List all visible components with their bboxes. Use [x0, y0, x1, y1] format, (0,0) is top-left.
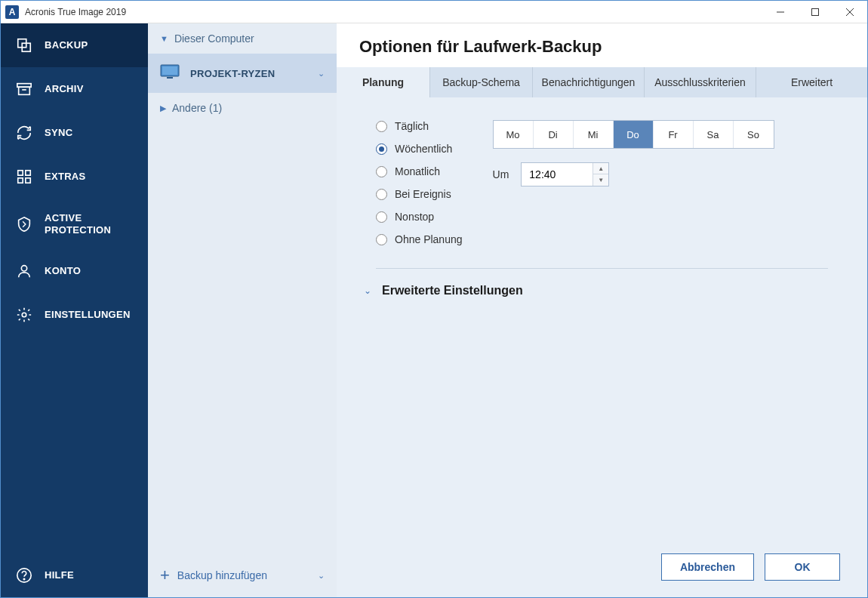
computer-item-selected[interactable]: PROJEKT-RYZEN ⌄ — [148, 54, 337, 93]
svg-rect-1 — [812, 8, 819, 15]
add-backup-label: Backup hinzufügen — [177, 569, 310, 581]
plus-icon: + — [160, 566, 170, 585]
list-header-this-computer[interactable]: ▼ Dieser Computer — [148, 23, 337, 54]
svg-point-13 — [21, 266, 26, 271]
chevron-down-icon: ⌄ — [318, 571, 325, 581]
tab-content: Täglich Wöchentlich Monatlich Bei Ereign… — [337, 97, 867, 597]
nav-label: ACTIVE PROTECTION — [45, 212, 133, 236]
shield-icon — [16, 216, 32, 233]
day-picker: Mo Di Mi Do Fr Sa So — [493, 120, 774, 149]
tab-benachrichtigungen[interactable]: Benachrichtigungen — [533, 67, 645, 97]
extras-icon — [16, 168, 32, 185]
advanced-settings-toggle[interactable]: ⌄ Erweiterte Einstellungen — [364, 284, 840, 297]
nav-active-protection[interactable]: ACTIVE PROTECTION — [1, 199, 148, 249]
nav-label: ARCHIV — [45, 83, 84, 95]
svg-point-14 — [22, 313, 26, 317]
titlebar: A Acronis True Image 2019 — [1, 1, 867, 23]
sidebar-nav: BACKUP ARCHIV SYNC EXTRAS ACTIVE PROTECT… — [1, 23, 148, 597]
ok-button[interactable]: OK — [765, 553, 840, 581]
tab-planung[interactable]: Planung — [337, 67, 430, 97]
radio-woechentlich[interactable]: Wöchentlich — [376, 143, 463, 155]
day-mo[interactable]: Mo — [494, 121, 534, 148]
nav-konto[interactable]: KONTO — [1, 249, 148, 293]
nav-backup[interactable]: BACKUP — [1, 23, 148, 67]
sync-icon — [16, 125, 32, 141]
day-do[interactable]: Do — [614, 121, 654, 148]
radio-icon — [376, 211, 387, 223]
cancel-button[interactable]: Abbrechen — [661, 553, 754, 581]
chevron-down-icon: ⌄ — [364, 285, 371, 296]
computer-name: PROJEKT-RYZEN — [190, 68, 307, 79]
nav-label: BACKUP — [45, 39, 88, 51]
tab-erweitert[interactable]: Erweitert — [756, 67, 867, 97]
spinner-up[interactable]: ▲ — [593, 163, 608, 174]
radio-icon — [376, 189, 387, 200]
time-input-wrap: ▲ ▼ — [521, 162, 609, 186]
day-sa[interactable]: Sa — [694, 121, 734, 148]
radio-label: Monatlich — [395, 165, 440, 177]
radio-taeglich[interactable]: Täglich — [376, 120, 463, 132]
svg-rect-10 — [26, 171, 30, 175]
nav-sync[interactable]: SYNC — [1, 111, 148, 155]
radio-icon — [376, 143, 387, 155]
radio-nonstop[interactable]: Nonstop — [376, 211, 463, 223]
nav-label: HILFE — [45, 569, 74, 581]
day-di[interactable]: Di — [534, 121, 574, 148]
radio-icon — [376, 234, 387, 245]
radio-label: Nonstop — [395, 211, 434, 223]
main-content: Optionen für Laufwerk-Backup Planung Bac… — [337, 23, 867, 597]
backup-icon — [16, 37, 32, 54]
time-label: Um — [493, 168, 509, 180]
nav-label: KONTO — [45, 265, 81, 277]
radio-label: Wöchentlich — [395, 143, 452, 155]
nav-help[interactable]: HILFE — [1, 553, 148, 597]
account-icon — [16, 263, 32, 279]
spinner-down[interactable]: ▼ — [593, 174, 608, 186]
radio-monatlich[interactable]: Monatlich — [376, 165, 463, 177]
app-icon: A — [5, 5, 19, 19]
radio-bei-ereignis[interactable]: Bei Ereignis — [376, 188, 463, 200]
radio-label: Bei Ereignis — [395, 188, 451, 200]
svg-rect-11 — [18, 178, 23, 183]
svg-point-16 — [23, 578, 24, 579]
day-so[interactable]: So — [734, 121, 774, 148]
window-controls — [763, 1, 867, 23]
svg-rect-9 — [18, 171, 23, 175]
list-header-other[interactable]: ▶ Andere (1) — [148, 93, 337, 123]
window-title: Acronis True Image 2019 — [25, 7, 763, 17]
radio-icon — [376, 121, 387, 132]
list-other-label: Andere (1) — [172, 102, 222, 114]
tab-ausschlusskriterien[interactable]: Ausschlusskriterien — [645, 67, 756, 97]
time-row: Um ▲ ▼ — [493, 162, 774, 186]
radio-label: Täglich — [395, 120, 429, 132]
schedule-radio-group: Täglich Wöchentlich Monatlich Bei Ereign… — [364, 120, 463, 245]
nav-extras[interactable]: EXTRAS — [1, 155, 148, 199]
tabs: Planung Backup-Schema Benachrichtigungen… — [337, 67, 867, 97]
svg-rect-19 — [167, 77, 173, 79]
tab-backup-schema[interactable]: Backup-Schema — [430, 67, 533, 97]
monitor-icon — [160, 64, 180, 82]
chevron-down-icon: ▼ — [160, 34, 168, 43]
list-header-label: Dieser Computer — [174, 32, 254, 45]
close-button[interactable] — [833, 1, 867, 23]
dialog-footer: Abbrechen OK — [661, 553, 840, 581]
divider — [376, 268, 828, 269]
page-title: Optionen für Laufwerk-Backup — [337, 23, 867, 67]
time-spinner: ▲ ▼ — [593, 163, 608, 186]
maximize-button[interactable] — [798, 1, 833, 23]
nav-einstellungen[interactable]: EINSTELLUNGEN — [1, 293, 148, 337]
nav-archiv[interactable]: ARCHIV — [1, 67, 148, 111]
gear-icon — [16, 307, 32, 323]
time-input[interactable] — [522, 163, 593, 186]
minimize-button[interactable] — [763, 1, 798, 23]
day-mi[interactable]: Mi — [574, 121, 614, 148]
nav-label: EINSTELLUNGEN — [45, 309, 131, 321]
advanced-label: Erweiterte Einstellungen — [382, 284, 523, 297]
day-fr[interactable]: Fr — [654, 121, 694, 148]
svg-rect-7 — [19, 87, 30, 94]
nav-label: EXTRAS — [45, 171, 86, 183]
computer-list-panel: ▼ Dieser Computer PROJEKT-RYZEN ⌄ ▶ Ande… — [148, 23, 337, 597]
add-backup-button[interactable]: + Backup hinzufügen ⌄ — [148, 553, 337, 597]
radio-ohne-planung[interactable]: Ohne Planung — [376, 233, 463, 245]
radio-icon — [376, 166, 387, 177]
